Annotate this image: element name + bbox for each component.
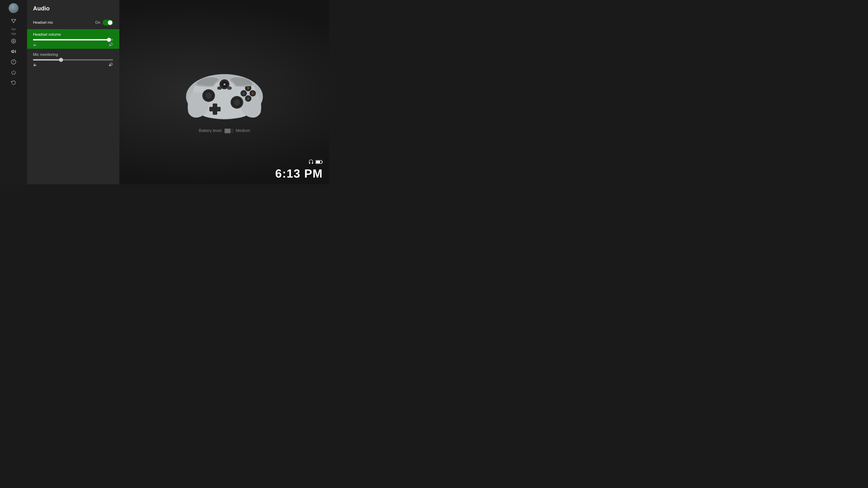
svg-text:X: X <box>243 92 245 95</box>
headset-volume-item[interactable]: Headset volume 🔈 🔊 <box>27 29 119 49</box>
volume-high-icon: 🔊 <box>108 42 113 46</box>
toggle-track <box>103 20 113 26</box>
headset-status-icon <box>308 159 314 166</box>
svg-text:B: B <box>252 92 254 95</box>
slider-fill-2 <box>33 59 61 61</box>
slider-icons-2: 🔈 🔊 <box>33 62 113 67</box>
svg-marker-1 <box>11 50 13 53</box>
headset-mic-item[interactable]: Headset mic On <box>27 16 119 29</box>
avatar[interactable] <box>8 3 19 13</box>
clock-time: 6:13 PM <box>275 167 323 180</box>
svg-point-20 <box>227 88 228 89</box>
battery-info: Battery level: ▓▓░ Medium <box>199 128 250 133</box>
battery-status: Medium <box>236 128 250 133</box>
sidebar-item-restart[interactable] <box>9 78 18 87</box>
controller-image: ✕ Y B <box>179 52 270 122</box>
svg-text:Y: Y <box>247 87 249 90</box>
slider-icons: 🔈 🔊 <box>33 42 113 46</box>
controller-svg: ✕ Y B <box>179 52 270 122</box>
status-icons <box>308 159 323 166</box>
svg-rect-15 <box>209 107 221 111</box>
volume-low-icon-2: 🔈 <box>33 62 37 67</box>
sidebar: Sys App ? <box>0 0 27 184</box>
headset-mic-toggle[interactable] <box>103 20 113 26</box>
slider-track <box>33 39 113 40</box>
app-label: App <box>11 32 16 35</box>
sidebar-item-audio[interactable] <box>9 47 18 56</box>
slider-thumb[interactable] <box>107 38 111 42</box>
headset-mic-toggle-label: On <box>95 20 100 25</box>
toggle-thumb <box>108 20 112 25</box>
audio-panel: Audio Headset mic On Headset volume 🔈 🔊 <box>27 0 119 184</box>
mic-monitoring-slider[interactable] <box>33 59 113 61</box>
sys-label: Sys <box>11 28 16 31</box>
headset-mic-label: Headset mic <box>33 21 95 25</box>
svg-point-0 <box>13 40 14 42</box>
sidebar-item-help[interactable]: ? <box>9 57 18 66</box>
svg-text:A: A <box>247 97 249 100</box>
slider-thumb-2[interactable] <box>59 58 63 62</box>
svg-text:✕: ✕ <box>223 83 226 86</box>
controller-area: ✕ Y B <box>120 0 329 184</box>
slider-track-2 <box>33 59 113 61</box>
battery-label: Battery level: <box>199 128 222 133</box>
headset-volume-slider[interactable] <box>33 39 113 40</box>
sidebar-item-settings[interactable] <box>9 37 18 46</box>
headset-mic-toggle-container: On <box>95 20 113 26</box>
clock-area: 6:13 PM <box>275 159 323 180</box>
battery-icon: ▓▓░ <box>225 128 234 133</box>
svg-point-10 <box>206 92 212 99</box>
battery-status-icon <box>315 160 323 165</box>
mic-monitoring-item[interactable]: Mic monitoring 🔈 🔊 <box>27 49 119 69</box>
volume-high-icon-2: 🔊 <box>108 62 113 67</box>
mic-monitoring-label: Mic monitoring <box>33 53 113 57</box>
slider-fill <box>33 39 109 40</box>
svg-point-19 <box>228 88 229 89</box>
panel-title: Audio <box>27 0 119 16</box>
svg-point-18 <box>229 88 230 89</box>
volume-low-icon: 🔈 <box>33 42 37 46</box>
svg-point-13 <box>234 99 240 105</box>
svg-rect-30 <box>322 161 322 163</box>
svg-rect-16 <box>217 87 222 90</box>
sidebar-item-power[interactable] <box>9 68 18 77</box>
sidebar-item-trophy[interactable] <box>9 16 18 25</box>
svg-rect-31 <box>316 161 320 163</box>
headset-volume-label: Headset volume <box>33 32 113 37</box>
